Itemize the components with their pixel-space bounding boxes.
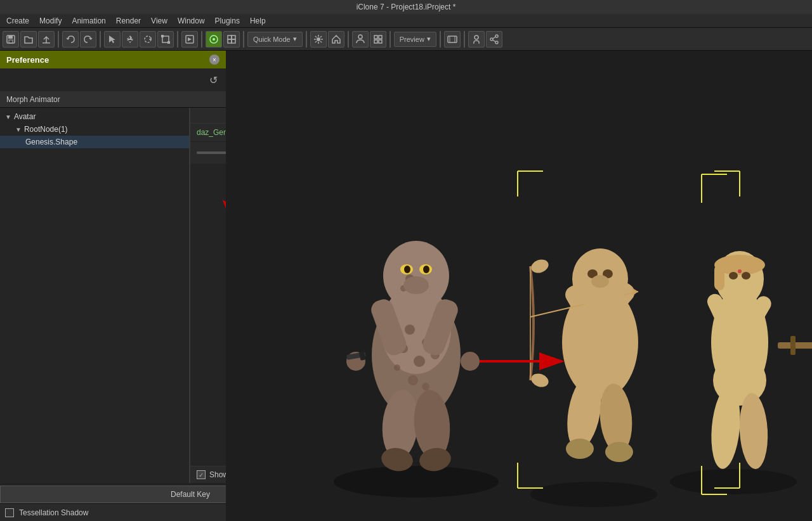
svg-point-90 [591,275,609,288]
toolbar-sep-5 [243,31,244,48]
select-tool[interactable] [104,31,121,48]
svg-point-79 [566,439,594,459]
svg-point-15 [317,37,320,41]
toolbar-sep-2 [100,31,101,48]
svg-point-46 [670,469,797,494]
render-button[interactable] [181,31,198,48]
title-text: iClone 7 - Project18.iProject * [357,3,456,11]
svg-point-10 [213,38,215,41]
menu-help[interactable]: Help [245,15,271,27]
sunlight-button[interactable] [310,31,327,48]
menu-view[interactable]: View [146,15,173,27]
toolbar-sep-10 [464,31,465,48]
left-panel: Preference × ↺ Morph Animator × [0,51,226,521]
svg-point-65 [383,241,449,311]
film-button[interactable] [444,31,461,48]
title-bar: iClone 7 - Project18.iProject * [0,0,812,14]
svg-point-24 [358,35,362,39]
svg-rect-25 [374,35,377,39]
grid-button[interactable] [370,31,386,48]
menu-create[interactable]: Create [1,15,34,27]
svg-rect-11 [228,35,232,39]
morph-tree: ▼ Avatar ▼ RootNode(1) Genesis.Shape [0,108,190,483]
svg-point-34 [495,41,498,44]
svg-line-36 [493,37,495,39]
save-button[interactable] [3,31,19,48]
svg-rect-14 [232,35,235,39]
svg-point-104 [729,272,738,280]
svg-rect-12 [232,39,235,43]
show-child-checkbox[interactable]: ✓ [197,470,206,479]
svg-rect-6 [161,35,164,37]
scale-tool[interactable] [157,31,174,48]
preference-close-button[interactable]: × [209,55,219,65]
tree-item-avatar[interactable]: ▼ Avatar [0,110,189,123]
svg-point-45 [530,482,657,507]
svg-point-35 [490,38,493,41]
rotate-tool[interactable] [140,31,156,48]
preference-panel: Preference × [0,51,226,68]
quick-mode-dropdown[interactable]: Quick Mode ▾ [247,32,303,47]
menu-modify[interactable]: Modify [34,15,67,27]
toolbar-sep-1 [58,31,59,48]
toolbar: Quick Mode ▾ Preview ▾ [0,28,812,51]
menu-animation[interactable]: Animation [67,15,110,27]
scene-view [226,51,812,521]
share-button[interactable] [486,31,502,48]
svg-rect-26 [379,35,382,39]
rootnode-arrow-icon: ▼ [15,126,22,133]
toolbar-sep-6 [306,31,307,48]
svg-point-57 [394,364,400,371]
link-button[interactable] [206,31,222,48]
toolbar-sep-4 [201,31,202,48]
undo-button[interactable] [62,31,79,48]
svg-point-64 [461,352,480,371]
svg-rect-31 [454,36,455,42]
menu-bar: Create Modify Animation Render View Wind… [0,14,812,28]
svg-point-105 [742,272,750,280]
tess-checkbox[interactable] [5,508,14,517]
toolbar-sep-8 [390,31,391,48]
tree-item-rootnode[interactable]: ▼ RootNode(1) [0,123,189,136]
preference-icon-bar: ↺ [0,68,226,91]
tree-item-genesis[interactable]: Genesis.Shape [0,136,189,148]
menu-window[interactable]: Window [173,15,210,27]
viewport[interactable] [226,51,812,521]
svg-rect-103 [714,265,724,290]
morph-animator-title: Morph Animator [6,95,60,104]
svg-point-80 [605,442,633,462]
svg-point-69 [423,266,429,273]
svg-line-20 [315,36,317,37]
avatar-arrow-icon: ▼ [5,113,11,120]
content-area: Preference × ↺ Morph Animator × [0,51,812,521]
preview-dropdown[interactable]: Preview ▾ [394,32,436,47]
chevron-down-icon: ▾ [293,35,297,43]
rootnode-label: RootNode(1) [24,125,68,134]
svg-rect-30 [449,36,450,42]
home-button[interactable] [328,31,344,48]
svg-line-22 [320,36,322,37]
svg-rect-100 [790,336,796,355]
preview-chevron-icon: ▾ [427,35,431,43]
svg-line-23 [315,41,317,42]
svg-point-56 [414,356,425,367]
toolbar-sep-9 [440,31,441,48]
move-tool[interactable] [122,31,138,48]
person2-button[interactable] [468,31,485,48]
person-button[interactable] [352,31,369,48]
toolbar-sep-3 [177,31,178,48]
export-button[interactable] [38,31,55,48]
svg-point-32 [475,35,478,39]
open-button[interactable] [20,31,37,48]
pref-rotate-icon[interactable]: ↺ [206,72,221,87]
menu-plugins[interactable]: Plugins [210,15,245,27]
toolbar-sep-7 [348,31,349,48]
svg-line-37 [493,40,495,42]
redo-button[interactable] [80,31,96,48]
tess-label: Tessellation Shadow [19,508,88,517]
preference-title: Preference [6,55,49,65]
group-button[interactable] [223,31,240,48]
menu-render[interactable]: Render [111,15,146,27]
svg-rect-13 [228,39,232,43]
genesis-label: Genesis.Shape [25,138,77,146]
